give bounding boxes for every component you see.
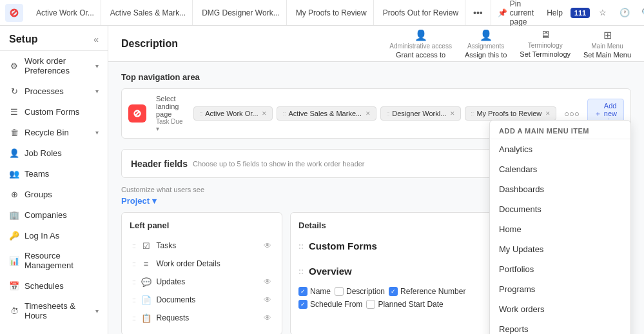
plus-icon: ＋ [594,109,601,119]
dropdown-item-reports[interactable]: Reports [490,319,630,334]
add-menu-item-dropdown: Add a main menu item Analytics Calendars… [489,120,631,334]
nav-tab-0[interactable]: Active Work Or... [30,0,101,25]
nav-tab-more-button[interactable]: ○○○ [560,109,583,119]
sidebar-item-schedules[interactable]: 📅 Schedules [0,275,108,296]
teams-icon: 👥 [9,168,19,179]
visibility-icon[interactable]: 👁 [264,313,271,322]
work-order-pref-icon: ⚙ [9,61,19,71]
pin-icon: 📌 [498,8,507,17]
terminology-icon: 🖥 [540,29,551,41]
left-panel-section: Left panel :: ☑ Tasks 👁 :: ≡ Work order … [121,212,282,334]
panel-item-tasks[interactable]: :: ☑ Tasks 👁 [130,237,274,255]
content-header: Description 👤 Administrative access Gran… [108,26,644,62]
panel-item-documents[interactable]: :: 📄 Documents 👁 [130,291,274,309]
chevron-down-icon: ▾ [152,196,157,206]
dropdown-item-home[interactable]: Home [490,219,630,239]
visibility-icon[interactable]: 👁 [264,277,271,286]
terminology-action[interactable]: 🖥 Terminology Set Terminology [520,29,571,58]
sidebar-title: Setup [9,34,37,45]
panel-item-work-order-details[interactable]: :: ≡ Work order Details [130,255,274,273]
checkbox-description[interactable]: Description [335,287,385,296]
assign-action[interactable]: 👤 Assignments Assign this to [465,29,507,59]
chevron-down-icon: ▾ [95,63,99,70]
preview-tab-3[interactable]: :: My Proofs to Review ✕ [465,106,556,121]
recycle-bin-icon: 🗑 [9,127,19,137]
sidebar-item-teams[interactable]: 👥 Teams [0,163,108,184]
schedules-icon: 📅 [9,280,19,291]
nav-tab-3[interactable]: My Proofs to Review [289,0,374,25]
panel-item-updates[interactable]: :: 💬 Updates 👁 [130,273,274,291]
checkbox-unchecked-icon [335,287,344,296]
checkbox-unchecked-icon [366,300,375,309]
sidebar-item-processes[interactable]: ↻ Processes ▾ [0,81,108,101]
pin-current-page-button[interactable]: 📌 Pin current page [491,0,540,25]
help-button[interactable]: Help [543,8,567,17]
preview-tab-2[interactable]: :: Designer Workl... ✕ [380,106,461,121]
main-menu-icon: ⊞ [603,29,612,41]
checkbox-name[interactable]: Name [298,287,331,296]
nav-tab-2[interactable]: DMG Designer Work... [195,0,286,25]
checkbox-planned-start[interactable]: Planned Start Date [366,300,443,309]
sidebar-item-log-in-as[interactable]: 🔑 Log In As [0,225,108,246]
drag-handle-icon: :: [386,110,389,117]
companies-icon: 🏢 [9,210,19,220]
preview-tab-0[interactable]: :: Active Work Or... ✕ [193,106,273,121]
app-logo[interactable] [5,4,23,22]
dropdown-item-documents[interactable]: Documents [490,199,630,219]
checkbox-reference-number[interactable]: Reference Number [389,287,465,296]
left-panel-title: Left panel [130,221,274,230]
panel-item-requests[interactable]: :: 📋 Requests 👁 [130,309,274,327]
sidebar-item-custom-forms[interactable]: ☰ Custom Forms [0,101,108,122]
drag-handle-icon: :: [298,267,304,276]
tab-close-icon[interactable]: ✕ [450,110,455,117]
content-body: Top navigation area Select landing page … [108,62,644,334]
dropdown-item-calendars[interactable]: Calendars [490,159,630,179]
documents-icon: 📄 [141,295,151,305]
groups-icon: ⊕ [9,189,19,199]
sidebar-item-job-roles[interactable]: 👤 Job Roles [0,142,108,163]
sidebar-item-timesheets[interactable]: ⏱ Timesheets & Hours ▾ [0,296,108,326]
dropdown-item-work-orders[interactable]: Work orders [490,299,630,319]
history-icon[interactable]: 🕐 [616,4,634,22]
dropdown-item-my-updates[interactable]: My Updates [490,239,630,259]
sidebar-header: Setup « [0,26,108,51]
dropdown-item-portfolios[interactable]: Portfolios [490,259,630,279]
grant-access-action[interactable]: 👤 Administrative access Grant access to [389,29,452,59]
chevron-down-icon: ▾ [95,129,99,136]
dropdown-item-programs[interactable]: Programs [490,279,630,299]
nav-tab-4[interactable]: Proofs Out for Review [376,0,465,25]
sidebar-item-resource-management[interactable]: 📊 Resource Management [0,246,108,275]
drag-handle-icon: :: [282,110,286,117]
nav-more-button[interactable]: ••• [468,8,488,18]
main-menu-action[interactable]: ⊞ Main Menu Set Main Menu [583,29,631,59]
resource-icon: 📊 [9,255,19,266]
sidebar-item-groups[interactable]: ⊕ Groups [0,184,108,204]
sidebar-item-work-order-preferences[interactable]: ⚙ Work order Preferences ▾ [0,51,108,81]
tab-close-icon[interactable]: ✕ [262,110,267,117]
sidebar-item-companies[interactable]: 🏢 Companies [0,204,108,225]
nav-tab-1[interactable]: Active Sales & Mark... [104,0,193,25]
dropdown-item-analytics[interactable]: Analytics [490,139,630,159]
dropdown-item-dashboards[interactable]: Dashboards [490,179,630,199]
landing-page-button[interactable]: Select landing page Task Due ▾ [150,93,190,134]
notifications-badge[interactable]: 111 [571,8,590,18]
search-icon[interactable]: 🔍 [638,4,644,22]
nav-right-actions: Help 111 ☆ 🕐 🔍 ⊞ [543,4,644,22]
login-as-icon: 🔑 [9,230,19,241]
chevron-down-icon: ▾ [95,88,99,95]
tab-close-icon[interactable]: ✕ [366,110,371,117]
visibility-icon[interactable]: 👁 [264,241,271,250]
preview-tab-1[interactable]: :: Active Sales & Marke... ✕ [277,106,376,121]
sidebar-collapse-button[interactable]: « [93,34,99,44]
star-icon[interactable]: ☆ [594,4,612,22]
checkbox-schedule-from[interactable]: Schedule From [298,300,362,309]
drag-handle-icon: :: [132,260,136,268]
chevron-down-icon: ▾ [95,308,99,315]
content-area: Description 👤 Administrative access Gran… [108,26,644,334]
sidebar: Setup « ⚙ Work order Preferences ▾ ↻ Pro… [0,26,108,334]
header-actions: 👤 Administrative access Grant access to … [389,29,631,59]
tab-close-icon[interactable]: ✕ [545,110,551,117]
drag-handle-icon: :: [298,242,304,251]
sidebar-item-recycle-bin[interactable]: 🗑 Recycle Bin ▾ [0,122,108,142]
visibility-icon[interactable]: 👁 [264,295,271,304]
